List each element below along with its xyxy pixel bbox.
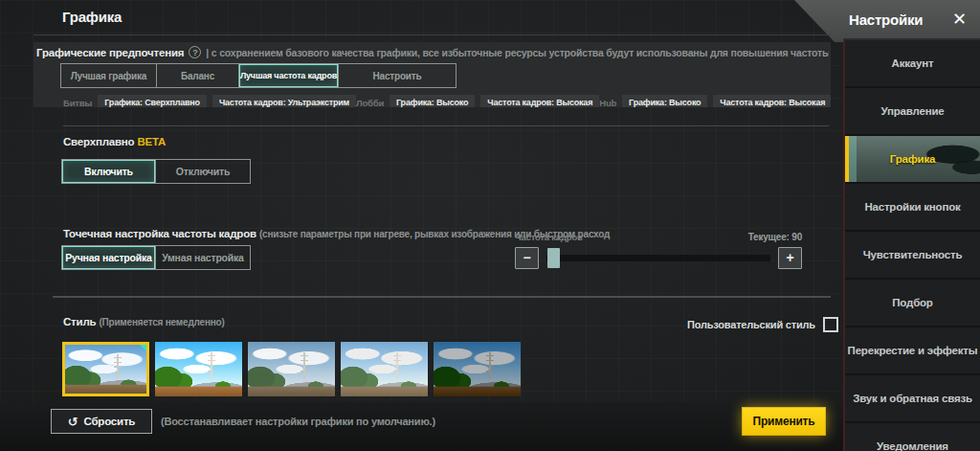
- custom-style-checkbox[interactable]: [823, 317, 838, 332]
- close-icon[interactable]: ✕: [952, 11, 967, 28]
- preferences-description: | с сохранением базового качества график…: [206, 47, 829, 58]
- style-preview-image: [341, 342, 428, 396]
- style-preview-image: [155, 342, 242, 396]
- style-thumbnails-row: [62, 342, 521, 396]
- framerate-title-text: Точечная настройка частоты кадров: [63, 228, 256, 239]
- settings-header: Настройки ✕: [843, 0, 980, 40]
- style-thumbnail-realistic[interactable]: [248, 342, 335, 396]
- style-title-text: Стиль: [63, 316, 96, 327]
- enable-button[interactable]: Включить: [62, 160, 156, 183]
- decrease-framerate-button[interactable]: −: [515, 247, 539, 269]
- radio-tower-graphic: [489, 352, 491, 378]
- help-icon[interactable]: ?: [189, 46, 201, 58]
- style-thumbnail-colorful[interactable]: [155, 342, 242, 396]
- style-preview-image: [248, 342, 335, 396]
- settings-sidebar: Настройки ✕ Аккаунт Управление Графика Н…: [843, 0, 980, 451]
- sidebar-item-notifications[interactable]: Уведомления: [845, 423, 980, 451]
- slider-labels: Частота кадров Текущее: 90: [515, 232, 802, 242]
- style-hint: (Применяется немедленно): [99, 317, 224, 327]
- summary-label: Лобби: [356, 98, 384, 108]
- sidebar-item-crosshair-effects[interactable]: Перекрестие и эффекты: [845, 327, 980, 375]
- sidebar-item-sound-feedback[interactable]: Звук и обратная связь: [845, 375, 980, 423]
- summary-badge: Графика: Сверхплавно: [98, 95, 207, 107]
- graphics-preset-tabs: Лучшая графика Баланс Лучшая частота кад…: [60, 63, 457, 88]
- summary-badge: Графика: Высоко: [622, 95, 707, 107]
- framerate-slider-block: Частота кадров Текущее: 90 − +: [515, 232, 802, 269]
- summary-badge: Частота кадров: Высокая: [713, 95, 831, 107]
- tab-balance[interactable]: Баланс: [157, 64, 239, 87]
- smart-tuning-button[interactable]: Умная настройка: [156, 246, 250, 269]
- tab-customize[interactable]: Настроить: [339, 64, 456, 87]
- manual-tuning-button[interactable]: Ручная настройка: [62, 246, 156, 269]
- summary-label: Hub: [599, 98, 616, 108]
- style-thumbnail-movie[interactable]: [434, 342, 521, 396]
- preferences-header: Графические предпочтения ? | с сохранени…: [36, 46, 829, 58]
- custom-style-option: Пользовательский стиль: [687, 317, 838, 332]
- sidebar-item-controls[interactable]: Управление: [845, 88, 980, 136]
- preferences-title: Графические предпочтения: [36, 47, 184, 58]
- increase-framerate-button[interactable]: +: [778, 247, 802, 269]
- reset-button-label: Сбросить: [83, 416, 135, 427]
- graphics-settings-screen: Графика Графические предпочтения ? | с с…: [0, 0, 980, 451]
- sidebar-item-button-settings[interactable]: Настройки кнопок: [845, 184, 980, 232]
- page-title: Графика: [62, 9, 122, 25]
- style-preview-image: [65, 345, 146, 394]
- preset-summary-row: Битвы Графика: Сверхплавно Частота кадро…: [63, 95, 823, 107]
- beta-badge: BETA: [137, 136, 166, 147]
- summary-group-lobby: Лобби Графика: Высоко Частота кадров: Вы…: [356, 95, 599, 107]
- tab-best-graphics[interactable]: Лучшая графика: [61, 64, 157, 87]
- apply-button[interactable]: Применить: [742, 407, 826, 436]
- style-thumbnail-classic[interactable]: [62, 342, 149, 396]
- style-thumbnail-soft[interactable]: [341, 342, 428, 396]
- summary-group-battles: Битвы Графика: Сверхплавно Частота кадро…: [63, 95, 356, 107]
- custom-style-label: Пользовательский стиль: [687, 319, 815, 330]
- tab-best-framerate[interactable]: Лучшая частота кадров: [239, 64, 339, 87]
- radio-tower-graphic: [117, 354, 119, 377]
- sidebar-item-graphics[interactable]: Графика: [845, 136, 980, 184]
- summary-badge: Графика: Высоко: [390, 95, 475, 107]
- disable-button[interactable]: Отключить: [156, 160, 250, 183]
- framerate-mode-group: Ручная настройка Умная настройка: [61, 245, 251, 270]
- reset-button[interactable]: ↺ Сбросить: [51, 409, 152, 434]
- section-divider: [63, 125, 829, 126]
- settings-title: Настройки: [849, 11, 923, 28]
- title-divider: [33, 34, 831, 35]
- style-preview-image: [434, 342, 521, 396]
- reset-hint: (Восстанавливает настройки графики по ум…: [161, 402, 435, 440]
- sidebar-item-matchmaking[interactable]: Подбор: [845, 280, 980, 327]
- summary-badge: Частота кадров: Ультраэкстрим: [212, 95, 356, 107]
- sidebar-item-account[interactable]: Аккаунт: [845, 40, 980, 88]
- slider-current-value: Текущее: 90: [748, 232, 802, 242]
- framerate-slider-track[interactable]: [546, 255, 770, 261]
- radio-tower-graphic: [396, 352, 398, 378]
- smooth-title-text: Сверхплавно: [63, 136, 134, 147]
- style-section-title: Стиль (Применяется немедленно): [63, 316, 225, 327]
- reset-icon: ↺: [68, 416, 78, 428]
- radio-tower-graphic: [303, 352, 305, 378]
- framerate-slider-handle[interactable]: [547, 248, 560, 268]
- framerate-slider-row: − +: [515, 246, 802, 269]
- bottom-action-bar: ↺ Сбросить (Восстанавливает настройки гр…: [0, 402, 980, 451]
- smooth-section-title: Сверхплавно BETA: [63, 136, 166, 147]
- section-divider: [53, 296, 831, 298]
- settings-menu: Аккаунт Управление Графика Настройки кно…: [843, 40, 980, 451]
- summary-group-hub: Hub Графика: Высоко Частота кадров: Высо…: [599, 95, 831, 107]
- graphics-preferences-section: Графические предпочтения ? | с сохранени…: [33, 42, 831, 107]
- summary-label: Битвы: [63, 98, 92, 108]
- sidebar-item-sensitivity[interactable]: Чувствительность: [845, 232, 980, 280]
- smooth-toggle-group: Включить Отключить: [61, 159, 251, 184]
- slider-label: Частота кадров: [515, 232, 583, 242]
- radio-tower-graphic: [211, 352, 212, 378]
- summary-badge: Частота кадров: Высокая: [480, 95, 599, 107]
